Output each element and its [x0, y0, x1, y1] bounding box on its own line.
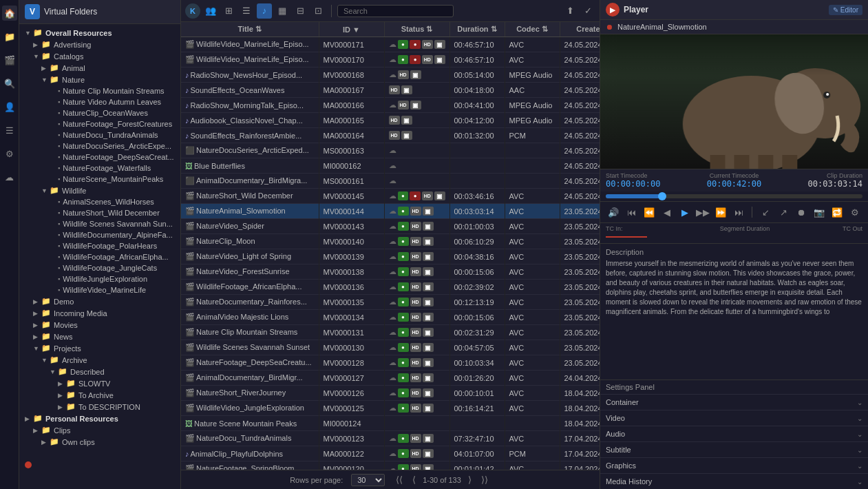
table-row[interactable]: ♪SoundEffects_RainforestAmbie...MA000016… — [181, 128, 600, 143]
sidebar-icon-media[interactable]: 🎬 — [2, 52, 17, 67]
next-page-button[interactable]: ⟩ — [465, 473, 474, 486]
volume-button[interactable]: 🔊 — [606, 205, 621, 220]
sidebar-item-archive[interactable]: ▼ 📁 Archive — [19, 354, 180, 366]
sidebar-item-overall-resources[interactable]: ▼ 📁 Overall Resources — [19, 27, 180, 39]
skip-forward-button[interactable]: ⏩ — [713, 205, 728, 220]
col-header-id[interactable]: ID ▼ — [319, 22, 384, 37]
table-row[interactable]: ⬛NatureDocuSeries_ArcticExped...MS000016… — [181, 143, 600, 158]
sidebar-item-news[interactable]: ▶ 📁 News — [19, 331, 180, 342]
col-header-status[interactable]: Status ⇅ — [384, 22, 449, 37]
sidebar-item-incoming-media[interactable]: ▶ 📁 Incoming Media — [19, 307, 180, 319]
progress-thumb[interactable] — [658, 192, 666, 200]
toolbar-icon-map[interactable]: ⊡ — [310, 3, 326, 19]
skip-back-start-button[interactable]: ⏮ — [624, 205, 639, 220]
accordion-header-audio[interactable]: Audio ⌄ — [600, 426, 868, 441]
back-button[interactable]: ◀ — [659, 205, 675, 220]
table-row[interactable]: 🎬Nature Clip Mountain StreamsMV0000131☁●… — [181, 325, 600, 340]
play-button[interactable]: ▶ — [677, 205, 692, 220]
table-row[interactable]: 🎬Wildlife Scenes Savannah SunsetMV000013… — [181, 340, 600, 355]
sidebar-item-clips[interactable]: ▶ 📁 Clips — [19, 424, 180, 436]
table-row[interactable]: 🖼Blue ButterfliesMI0000162☁24.05.2024 11… — [181, 158, 600, 174]
table-row[interactable]: 🎬NatureDocu_TundraAnimalsMV0000123☁●HD▣0… — [181, 431, 600, 446]
sidebar-item-wildlifefootage-polarhears[interactable]: ▪ WildlifeFootage_PolarHears — [19, 240, 180, 251]
table-row[interactable]: 🎬NatureDocumentary_Rainfores...MV0000135… — [181, 295, 600, 310]
table-row[interactable]: 🎬NatureAnimal_SlowmotionMV0000144☁●HD▣00… — [181, 204, 600, 219]
sidebar-item-wildlifefootage-africanelpha[interactable]: ▪ WildlifeFootage_AfricanElpha... — [19, 251, 180, 262]
col-header-codec[interactable]: Codec ⇅ — [505, 22, 560, 37]
sidebar-item-movies[interactable]: ▶ 📁 Movies — [19, 319, 180, 331]
sidebar-item-naturefootage-waterfalls[interactable]: ▪ NatureFootage_Waterfalls — [19, 163, 180, 174]
sidebar-item-wildlifedocumentary-alpinefa[interactable]: ▪ WildlifeDocumentary_AlpineFa... — [19, 229, 180, 240]
table-row[interactable]: 🎬NatureFootage_SpringBloomMV0000120☁●HD▣… — [181, 461, 600, 470]
snap-button[interactable]: 📷 — [812, 205, 827, 220]
sidebar-item-wildlifefootage-junglecats[interactable]: ▪ WildlifeFootage_JungleCats — [19, 262, 180, 273]
sidebar-item-wildlifevideo-marinelife[interactable]: ▪ WildlifeVideo_MarineLife — [19, 284, 180, 295]
table-row[interactable]: 🎬NatureClip_MoonMV0000140☁●HD▣00:06:10:2… — [181, 234, 600, 249]
sidebar-icon-cloud[interactable]: ☁ — [2, 169, 17, 185]
toolbar-icon-gallery[interactable]: ▦ — [275, 3, 290, 19]
sidebar-item-slowtv[interactable]: ▶ 📁 SLOWTV — [19, 377, 180, 389]
sidebar-icon-settings[interactable]: ⚙ — [2, 146, 17, 161]
table-row[interactable]: ♪RadioShow_MorningTalk_Episo...MA0000166… — [181, 98, 600, 113]
toolbar-icon-k[interactable]: K — [185, 3, 200, 19]
table-scroll-container[interactable]: Title ⇅ ID ▼ Status ⇅ Duration ⇅ Codec ⇅… — [181, 22, 600, 470]
toolbar-icon-check[interactable]: ✓ — [580, 3, 595, 19]
last-page-button[interactable]: ⟩⟩ — [478, 473, 491, 486]
progress-bar-area[interactable] — [600, 191, 868, 201]
step-back-button[interactable]: ⏪ — [642, 205, 657, 220]
sidebar-item-catalogs[interactable]: ▼ 📁 Catalogs — [19, 50, 180, 62]
table-row[interactable]: 🎬NatureVideo_ForestSunriseMV0000138☁●HD▣… — [181, 264, 600, 280]
sidebar-item-natureshort-wild-december[interactable]: ▪ NatureShort_Wild December — [19, 207, 180, 218]
accordion-header-container[interactable]: Container ⌄ — [600, 395, 868, 410]
table-row[interactable]: 🎬NatureShort_RiverJourneyMV0000126☁●HD▣0… — [181, 386, 600, 401]
loop-button[interactable]: 🔁 — [829, 205, 845, 220]
toolbar-icon-grid[interactable]: ⊞ — [221, 3, 236, 19]
mark-out-button[interactable]: ↗ — [776, 205, 791, 220]
table-row[interactable]: ♪AnimalClip_PlayfulDolphinsMA0000122☁●HD… — [181, 446, 600, 461]
table-row[interactable]: ♪Audiobook_ClassicNovel_Chap...MA0000165… — [181, 113, 600, 128]
sidebar-item-nature-video-autumn-leaves[interactable]: ▪ Nature Video Autumn Leaves — [19, 96, 180, 107]
accordion-header-graphics[interactable]: Graphics ⌄ — [600, 458, 868, 473]
table-row[interactable]: 🎬WildlifeVideo_MarineLife_Episo...MV0000… — [181, 52, 600, 67]
sidebar-item-to-archive[interactable]: ▶ 📁 To Archive — [19, 389, 180, 401]
sidebar-icon-folder[interactable]: 📁 — [2, 29, 17, 44]
sidebar-item-naturescene-mountainpeaks[interactable]: ▪ NatureScene_MountainPeaks — [19, 174, 180, 185]
table-row[interactable]: 🎬NatureVideo_Light of SpringMV0000139☁●H… — [181, 249, 600, 264]
sidebar-item-naturefootage-deepseacreat[interactable]: ▪ NatureFootage_DeepSeaCreat... — [19, 152, 180, 163]
skip-end-button[interactable]: ⏭ — [731, 205, 746, 220]
table-row[interactable]: ⬛AnimalDocumentary_BirdMigra...MS0000161… — [181, 174, 600, 189]
table-row[interactable]: 🎬NatureVideo_SpiderMV0000143☁●HD▣00:01:0… — [181, 219, 600, 234]
sidebar-item-naturedocu-tundraanimals[interactable]: ▪ NatureDocu_TundraAnimals — [19, 129, 180, 141]
toolbar-icon-filmstrip[interactable]: ⊟ — [293, 3, 308, 19]
sidebar-item-personal-resources[interactable]: ▶ 📁 Personal Resources — [19, 413, 180, 424]
mark-in-button[interactable]: ↙ — [758, 205, 773, 220]
sidebar-icon-list[interactable]: ☰ — [2, 123, 17, 138]
table-row[interactable]: 🎬NatureShort_Wild DecemberMV0000145☁●●HD… — [181, 189, 600, 204]
forward-button[interactable]: ▶▶ — [695, 205, 710, 220]
sidebar-icon-home[interactable]: 🏠 — [2, 6, 17, 21]
accordion-header-video[interactable]: Video ⌄ — [600, 410, 868, 426]
table-row[interactable]: 🎬WildlifeVideo_MarineLife_Episo...MV0000… — [181, 37, 600, 52]
sidebar-item-to-description[interactable]: ▶ 📁 To DESCRIPTION — [19, 401, 180, 413]
table-row[interactable]: 🎬WildlifeFootage_AfricanElpha...MV000013… — [181, 280, 600, 295]
table-row[interactable]: 🖼Nature Scene Mountain PeaksMI000012418.… — [181, 416, 600, 431]
sidebar-item-projects[interactable]: ▼ 📁 Projects — [19, 342, 180, 354]
sidebar-item-wildlife-scenes-savannah[interactable]: ▪ Wildlife Scenes Savannah Sun... — [19, 218, 180, 229]
record-button[interactable]: ⏺ — [794, 205, 809, 220]
table-row[interactable]: 🎬AnimalDocumentary_BirdMigr...MV0000127☁… — [181, 371, 600, 386]
sidebar-item-naturefootage-forestcreatures[interactable]: ▪ NatureFootage_ForestCreatures — [19, 118, 180, 129]
sidebar-item-demo[interactable]: ▶ 📁 Demo — [19, 295, 180, 307]
prev-page-button[interactable]: ⟨ — [410, 473, 419, 486]
first-page-button[interactable]: ⟨⟨ — [393, 473, 405, 486]
sidebar-item-advertising[interactable]: ▶ 📁 Advertising — [19, 39, 180, 50]
sidebar-item-animalscenes-wildhorses[interactable]: ▪ AnimalScenes_WildHorses — [19, 196, 180, 207]
accordion-header-subtitle[interactable]: Subtitle ⌄ — [600, 442, 868, 457]
sidebar-item-nature[interactable]: ▼ 📁 Nature — [19, 74, 180, 85]
progress-track[interactable] — [606, 194, 862, 198]
table-row[interactable]: 🎬WildlifeVideo_JungleExplorationMV000012… — [181, 401, 600, 416]
editor-badge[interactable]: ✎ Editor — [829, 5, 862, 15]
sidebar-item-wildlifedocumentary-jungleexploration[interactable]: ▪ WildlifeJungleExploration — [19, 273, 180, 284]
sidebar-item-nature-clip-mountain-streams[interactable]: ▪ Nature Clip Mountain Streams — [19, 85, 180, 96]
table-row[interactable]: ♪SoundEffects_OceanWavesMA0000167HD▣00:0… — [181, 83, 600, 98]
table-row[interactable]: 🎬AnimalVideo Majestic LionsMV0000134☁●HD… — [181, 310, 600, 325]
